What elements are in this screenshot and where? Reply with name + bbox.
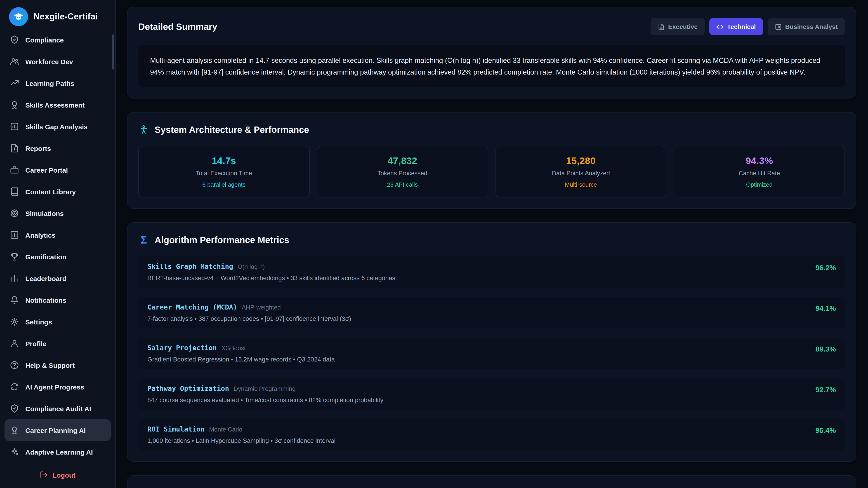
algorithm-row-skills-graph-matching: Skills Graph MatchingO(n log n)BERT-base… xyxy=(138,256,845,288)
metric-subtext: 23 API calls xyxy=(323,181,483,188)
sidebar-item-label: Notifications xyxy=(25,296,66,304)
metric-subtext: Multi-source xyxy=(501,181,661,188)
logout-button[interactable]: Logout xyxy=(0,462,115,488)
sidebar-item-label: Skills Gap Analysis xyxy=(25,123,88,130)
tab-label: Technical xyxy=(727,23,756,30)
metric-value: 94.3% xyxy=(680,156,839,166)
system-architecture-card: System Architecture & Performance 14.7sT… xyxy=(127,112,856,209)
algorithm-score: 89.3% xyxy=(815,345,836,353)
sidebar-item-settings[interactable]: Settings xyxy=(4,311,111,332)
sidebar-item-adaptive-learning-ai[interactable]: Adaptive Learning AI xyxy=(4,441,111,462)
algorithm-info: Pathway OptimizationDynamic Programming8… xyxy=(147,385,383,403)
sidebar-item-label: Career Planning AI xyxy=(25,426,86,434)
sidebar-item-analytics[interactable]: Analytics xyxy=(4,224,111,246)
sidebar-item-label: AI Agent Progress xyxy=(25,383,84,391)
analytics-icon xyxy=(10,122,19,131)
algorithm-description: BERT-base-uncased-v4 + Word2Vec embeddin… xyxy=(147,275,395,282)
sigma-icon: Σ xyxy=(138,234,149,246)
metric-card-data-points-analyzed: 15,280Data Points AnalyzedMulti-source xyxy=(495,146,666,197)
sidebar-item-label: Simulations xyxy=(25,209,64,217)
sidebar-item-skills-gap-analysis[interactable]: Skills Gap Analysis xyxy=(4,116,111,137)
sidebar-item-label: Learning Paths xyxy=(25,79,74,87)
algorithm-info: Career Matching (MCDA)AHP-weighted7-fact… xyxy=(147,303,351,322)
sidebar-item-profile[interactable]: Profile xyxy=(4,332,111,354)
algorithm-score: 96.4% xyxy=(815,427,836,435)
algorithm-name: Pathway Optimization xyxy=(147,385,229,393)
graduation-cap-icon xyxy=(9,7,28,26)
person-icon xyxy=(138,124,149,135)
sidebar-item-gamification[interactable]: Gamification xyxy=(4,246,111,267)
chart-square-icon xyxy=(10,230,19,239)
main-content: Detailed Summary ExecutiveTechnicalBusin… xyxy=(116,0,868,488)
sidebar-item-label: Skills Assessment xyxy=(25,101,85,109)
system-metrics-row: 14.7sTotal Execution Time6 parallel agen… xyxy=(138,146,845,197)
sidebar-item-skills-assessment[interactable]: Skills Assessment xyxy=(4,94,111,116)
algorithm-tag: AHP-weighted xyxy=(242,304,281,311)
tab-technical[interactable]: Technical xyxy=(710,18,763,35)
sidebar-item-label: Analytics xyxy=(25,231,55,239)
metric-value: 15,280 xyxy=(501,156,661,166)
refresh-icon xyxy=(10,382,19,391)
algorithm-name: ROI Simulation xyxy=(147,425,205,433)
award-icon xyxy=(10,100,19,109)
metric-subtext: Optimized xyxy=(680,181,839,188)
tab-executive[interactable]: Executive xyxy=(651,18,705,35)
metric-value: 47,832 xyxy=(323,156,483,166)
sidebar-item-label: Reports xyxy=(25,144,51,152)
algorithm-tag: XGBoost xyxy=(221,345,246,352)
metric-value: 14.7s xyxy=(144,156,304,166)
sidebar: Nexgile-Certifai ComplianceWorkforce Dev… xyxy=(0,0,116,488)
sidebar-item-label: Compliance Audit AI xyxy=(25,404,91,412)
sidebar-item-ai-agent-progress[interactable]: AI Agent Progress xyxy=(4,376,111,398)
algorithm-score: 94.1% xyxy=(815,304,836,313)
system-architecture-title: System Architecture & Performance xyxy=(155,123,309,136)
metric-card-cache-hit-rate: 94.3%Cache Hit RateOptimized xyxy=(674,146,845,197)
tab-business-analyst[interactable]: Business Analyst xyxy=(768,18,845,35)
sidebar-item-content-library[interactable]: Content Library xyxy=(4,181,111,202)
report-icon xyxy=(10,144,19,153)
algorithm-info: Skills Graph MatchingO(n log n)BERT-base… xyxy=(147,263,395,282)
sidebar-item-career-planning-ai[interactable]: Career Planning AI xyxy=(4,419,111,441)
algorithm-row-career-matching-mcda: Career Matching (MCDA)AHP-weighted7-fact… xyxy=(138,297,845,328)
sidebar-item-label: Content Library xyxy=(25,188,76,195)
briefcase-icon xyxy=(10,165,19,174)
algorithm-info: ROI SimulationMonte Carlo1,000 iteration… xyxy=(147,425,336,444)
algorithm-metrics-title: Algorithm Performance Metrics xyxy=(155,234,289,246)
sidebar-item-reports[interactable]: Reports xyxy=(4,137,111,159)
algorithm-description: 1,000 iterations • Latin Hypercube Sampl… xyxy=(147,437,336,444)
shield-check-icon xyxy=(10,404,19,413)
sidebar-item-workforce-dev[interactable]: Workforce Dev xyxy=(4,51,111,72)
detailed-summary-card: Detailed Summary ExecutiveTechnicalBusin… xyxy=(127,7,856,98)
sidebar-item-label: Gamification xyxy=(25,253,66,260)
algorithm-description: Gradient Boosted Regression • 15.2M wage… xyxy=(147,356,335,363)
sidebar-item-learning-paths[interactable]: Learning Paths xyxy=(4,72,111,94)
bar-chart-icon xyxy=(10,274,19,283)
sidebar-item-help-support[interactable]: Help & Support xyxy=(4,354,111,376)
document-icon xyxy=(658,23,664,30)
sidebar-scrollbar-thumb[interactable] xyxy=(112,34,114,70)
summary-text: Multi-agent analysis completed in 14.7 s… xyxy=(138,45,845,87)
metric-label: Data Points Analyzed xyxy=(501,170,661,177)
users-icon xyxy=(10,57,19,66)
algorithm-tag: Dynamic Programming xyxy=(234,385,296,392)
sidebar-item-career-portal[interactable]: Career Portal xyxy=(4,159,111,181)
algorithm-name: Skills Graph Matching xyxy=(147,263,233,271)
trophy-icon xyxy=(10,252,19,261)
sidebar-item-label: Profile xyxy=(25,339,46,347)
logout-icon xyxy=(40,471,48,479)
sidebar-item-notifications[interactable]: Notifications xyxy=(4,289,111,311)
algorithm-score: 92.7% xyxy=(815,386,836,394)
target-icon xyxy=(10,209,19,218)
algorithm-description: 7-factor analysis • 387 occupation codes… xyxy=(147,315,351,322)
sidebar-item-leaderboard[interactable]: Leaderboard xyxy=(4,267,111,289)
tab-label: Executive xyxy=(668,23,698,30)
sidebar-item-simulations[interactable]: Simulations xyxy=(4,202,111,224)
gear-icon xyxy=(10,317,19,326)
algorithm-score: 96.2% xyxy=(815,264,836,272)
algorithm-name: Salary Projection xyxy=(147,344,217,352)
sidebar-item-compliance[interactable]: Compliance xyxy=(4,33,111,51)
metric-card-total-execution-time: 14.7sTotal Execution Time6 parallel agen… xyxy=(138,146,310,197)
sidebar-item-compliance-audit-ai[interactable]: Compliance Audit AI xyxy=(4,398,111,419)
sparkles-icon xyxy=(10,447,19,456)
algorithm-list: Skills Graph MatchingO(n log n)BERT-base… xyxy=(138,256,845,451)
